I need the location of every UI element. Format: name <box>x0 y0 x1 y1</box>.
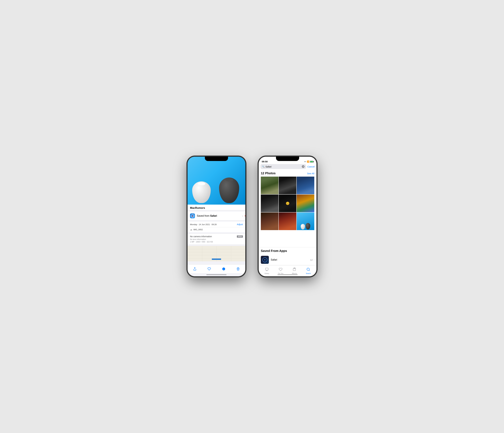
home-indicator-1 <box>207 274 226 275</box>
chevron-icon: › <box>242 215 243 217</box>
library-tab-icon <box>265 268 269 272</box>
photo-cell-5[interactable] <box>279 195 296 212</box>
heart-tab-icon <box>279 268 282 271</box>
date-row: Monday · 14 Jun 2021 · 09:28 Adjust <box>188 222 245 227</box>
photo-grid <box>261 177 314 230</box>
saved-from-text: Saved from Safari <box>197 215 242 217</box>
tab-search-label: Search <box>306 273 311 274</box>
albums-icon <box>293 268 296 271</box>
photo-cell-4[interactable] <box>261 195 279 212</box>
library-icon <box>265 268 269 271</box>
photo-cell-3[interactable] <box>297 177 314 194</box>
photo-cell-2[interactable] <box>279 177 296 194</box>
compass-needle <box>264 259 266 261</box>
photo-cell-9[interactable] <box>297 212 314 230</box>
clear-search-button[interactable]: ✕ <box>302 165 305 168</box>
home-indicator-2 <box>278 274 297 275</box>
trash-icon <box>236 267 240 271</box>
jpeg-badge: JPEG <box>237 235 243 238</box>
camera-info-block: No camera information JPEG No lens infor… <box>188 234 245 245</box>
no-camera-text: No camera information <box>190 235 212 238</box>
safari-chevron-icon: › <box>314 259 314 261</box>
like-button[interactable] <box>206 266 212 272</box>
search-icon <box>306 268 310 271</box>
saved-from-apps-title: Saved From Apps <box>261 249 314 253</box>
homepod-dark <box>219 174 242 203</box>
for-you-tab-icon <box>279 268 282 272</box>
tab-library[interactable]: Library <box>260 268 274 274</box>
photo-cell-1[interactable] <box>261 177 279 194</box>
date-text: Monday · 14 Jun 2021 · 09:28 <box>190 223 216 226</box>
tab-search[interactable]: Search <box>301 268 315 274</box>
info-title-bar: MacRumors <box>188 205 245 210</box>
saved-from-apps-section: Saved From Apps Safari 12 <box>259 247 316 265</box>
svg-rect-1 <box>265 268 268 270</box>
safari-app-row[interactable]: Safari 12 › <box>261 254 314 265</box>
phone-2: 09:50 ••• 📶 🔍 <box>258 156 317 277</box>
scene: MacRumors Saved from Safari › <box>187 156 317 277</box>
tab-for-you[interactable]: For You <box>274 268 288 274</box>
safari-app-thumbnail <box>261 256 269 264</box>
phone1-content: MacRumors Saved from Safari › <box>188 157 245 276</box>
lens-info: No lens information <box>190 238 243 241</box>
phone2-content: 09:50 ••• 📶 🔍 <box>259 157 316 276</box>
map-blue-rect <box>212 259 221 260</box>
safari-compass-icon <box>191 214 194 217</box>
red-arrow-annotation <box>244 214 245 217</box>
tab-albums[interactable]: Albums <box>288 268 301 274</box>
tab-for-you-label: For You <box>278 273 283 274</box>
tab-albums-label: Albums <box>292 273 297 274</box>
photos-count-title: 12 Photos <box>261 171 276 175</box>
map-preview <box>188 246 245 261</box>
search-tab-icon <box>306 268 310 272</box>
search-field-icon: 🔍 <box>262 165 264 168</box>
cloud-row: ☁ IMG_0052 <box>188 227 245 232</box>
battery-fill <box>310 161 313 162</box>
svg-rect-2 <box>293 269 296 271</box>
info-button[interactable] <box>221 266 227 272</box>
photo-toolbar <box>188 264 245 273</box>
signal-dots-icon: ••• <box>304 161 306 162</box>
battery-tip <box>313 161 314 162</box>
safari-thumb-inner <box>261 256 269 264</box>
share-button[interactable] <box>192 266 198 272</box>
safari-icon <box>190 213 195 218</box>
svg-point-3 <box>307 268 309 271</box>
photo-cell-8[interactable] <box>279 212 296 230</box>
search-field-value: Safari <box>265 165 301 168</box>
safari-thumb-compass <box>262 257 267 262</box>
safari-app-count: 12 <box>310 259 313 261</box>
specs-text: 1 MP · 1600 × 900 · 322 KB <box>190 241 243 243</box>
battery-icon <box>310 161 313 162</box>
share-icon <box>193 267 197 271</box>
notch-1 <box>205 157 228 161</box>
albums-tab-icon <box>293 268 296 272</box>
tab-library-label: Library <box>264 273 269 274</box>
notch-2 <box>276 157 299 161</box>
status-time: 09:50 <box>262 160 268 163</box>
heart-icon <box>207 267 211 271</box>
photo-cell-6[interactable] <box>297 195 314 212</box>
wifi-icon: 📶 <box>307 161 309 163</box>
saved-from-row[interactable]: Saved from Safari › <box>188 212 245 220</box>
app-name-strong: Safari <box>210 215 217 217</box>
search-field[interactable]: 🔍 Safari ✕ <box>261 164 306 169</box>
photos-section-header: 12 Photos See All <box>261 171 314 175</box>
search-bar-row: 🔍 Safari ✕ Cancel <box>259 163 316 170</box>
delete-button[interactable] <box>235 266 241 272</box>
photo-source-title: MacRumors <box>190 207 205 209</box>
adjust-button[interactable]: Adjust <box>237 223 243 226</box>
cloud-icon: ☁ <box>190 228 192 231</box>
status-icons: ••• 📶 <box>304 161 313 163</box>
hero-photo <box>188 157 245 205</box>
photos-section: 12 Photos See All <box>259 170 316 247</box>
info-icon <box>222 267 225 271</box>
filename-text: IMG_0052 <box>193 228 203 231</box>
homepod-white <box>192 178 214 203</box>
safari-app-name: Safari <box>271 258 310 261</box>
see-all-button[interactable]: See All <box>307 172 314 175</box>
phone-1: MacRumors Saved from Safari › <box>187 156 246 277</box>
photo-cell-7[interactable] <box>261 212 279 230</box>
arrow-head <box>244 214 245 217</box>
cancel-button[interactable]: Cancel <box>307 165 315 168</box>
